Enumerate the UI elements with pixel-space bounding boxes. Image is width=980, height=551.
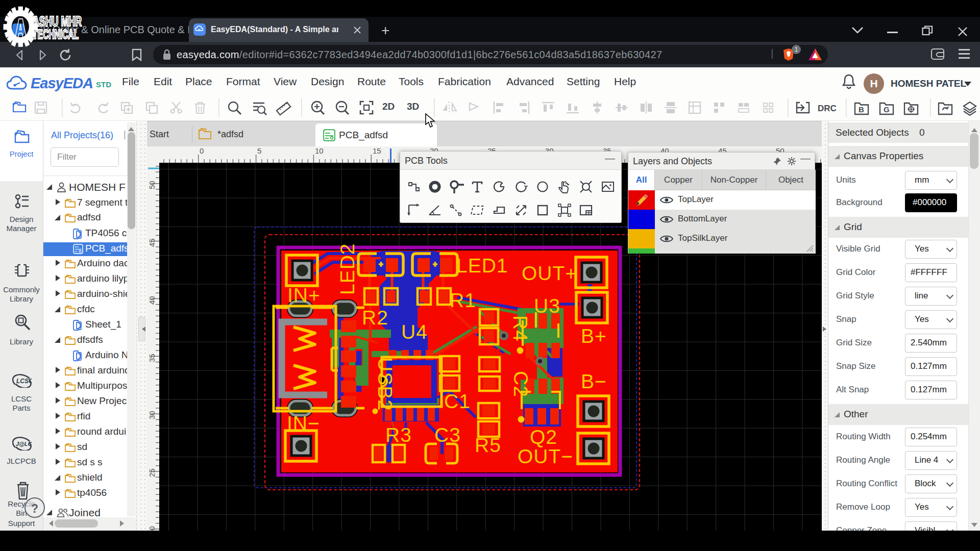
svg-text:LED1: LED1 <box>456 255 508 277</box>
svg-text:R1: R1 <box>450 289 476 311</box>
svg-text:B: B <box>859 105 864 114</box>
svg-text:OUT−: OUT− <box>518 445 573 467</box>
svg-text:U4: U4 <box>401 321 428 343</box>
svg-text:Q2: Q2 <box>530 426 557 448</box>
svg-text:R4: R4 <box>509 315 531 342</box>
svg-text:R2: R2 <box>362 307 388 329</box>
svg-text:DRC: DRC <box>818 104 837 113</box>
svg-text:10: 10 <box>315 146 324 155</box>
svg-text:R5: R5 <box>475 434 501 456</box>
svg-text:U3: U3 <box>534 295 560 317</box>
svg-text:IN−: IN− <box>287 412 320 434</box>
svg-text:25: 25 <box>148 468 156 477</box>
svg-text:45: 45 <box>148 238 156 247</box>
svg-text:OUT+: OUT+ <box>522 262 577 284</box>
svg-text:USB2: USB2 <box>374 357 396 411</box>
svg-text:15: 15 <box>373 146 381 155</box>
svg-text:50: 50 <box>148 181 156 189</box>
svg-text:C1: C1 <box>444 390 471 412</box>
svg-text:35: 35 <box>148 354 156 362</box>
svg-text:B+: B+ <box>581 325 607 347</box>
svg-text:LCSC: LCSC <box>16 378 32 385</box>
svg-text:30: 30 <box>148 411 156 419</box>
svg-text:J@LC: J@LC <box>16 441 32 447</box>
svg-text:LED2: LED2 <box>336 243 358 295</box>
svg-text:5: 5 <box>257 146 261 155</box>
svg-text:B−: B− <box>581 370 607 392</box>
svg-text:G: G <box>884 105 890 114</box>
svg-text:40: 40 <box>148 296 156 305</box>
svg-text:0: 0 <box>200 146 204 155</box>
svg-text:R3: R3 <box>385 424 412 446</box>
svg-text:C3: C3 <box>434 424 461 446</box>
svg-text:IN+: IN+ <box>287 284 321 306</box>
svg-text:C2: C2 <box>510 371 532 397</box>
